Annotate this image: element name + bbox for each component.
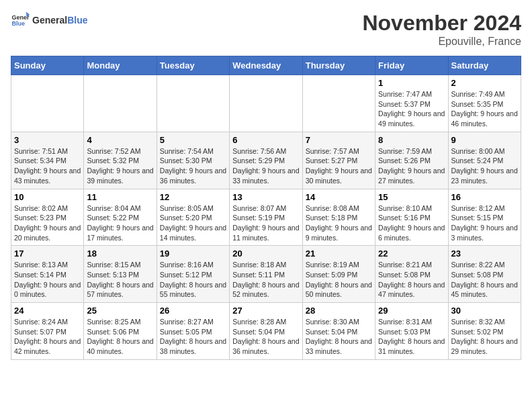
day-number: 25 [87,306,153,316]
table-row: 28Sunrise: 8:30 AMSunset: 5:04 PMDayligh… [302,303,375,360]
day-info: Sunrise: 8:27 AMSunset: 5:05 PMDaylight:… [160,317,226,357]
table-row: 23Sunrise: 8:22 AMSunset: 5:08 PMDayligh… [448,246,521,303]
day-info: Sunrise: 8:12 AMSunset: 5:15 PMDaylight:… [451,203,518,243]
logo-icon: General Blue [11,11,30,30]
day-info: Sunrise: 8:19 AMSunset: 5:09 PMDaylight:… [306,260,372,300]
table-row: 3Sunrise: 7:51 AMSunset: 5:34 PMDaylight… [11,132,84,189]
calendar-header-row: Sunday Monday Tuesday Wednesday Thursday… [11,56,521,75]
day-info: Sunrise: 8:30 AMSunset: 5:04 PMDaylight:… [306,317,372,357]
day-number: 5 [160,135,226,145]
day-info: Sunrise: 8:05 AMSunset: 5:20 PMDaylight:… [160,203,226,243]
table-row [230,75,302,132]
day-number: 4 [87,135,153,145]
table-row: 15Sunrise: 8:10 AMSunset: 5:16 PMDayligh… [375,189,448,246]
calendar-week-row: 10Sunrise: 8:02 AMSunset: 5:23 PMDayligh… [11,189,521,246]
day-info: Sunrise: 7:47 AMSunset: 5:37 PMDaylight:… [378,89,445,129]
table-row: 22Sunrise: 8:21 AMSunset: 5:08 PMDayligh… [375,246,448,303]
calendar-week-row: 1Sunrise: 7:47 AMSunset: 5:37 PMDaylight… [11,75,521,132]
day-info: Sunrise: 8:10 AMSunset: 5:16 PMDaylight:… [378,203,445,243]
day-info: Sunrise: 8:25 AMSunset: 5:06 PMDaylight:… [87,317,153,357]
day-info: Sunrise: 8:07 AMSunset: 5:19 PMDaylight:… [232,203,299,243]
table-row: 19Sunrise: 8:16 AMSunset: 5:12 PMDayligh… [157,246,229,303]
day-number: 2 [451,78,518,88]
table-row [157,75,229,132]
day-number: 20 [232,248,299,259]
day-info: Sunrise: 8:02 AMSunset: 5:23 PMDaylight:… [14,203,81,243]
day-info: Sunrise: 8:04 AMSunset: 5:22 PMDaylight:… [87,203,153,243]
table-row: 27Sunrise: 8:28 AMSunset: 5:04 PMDayligh… [230,303,302,360]
day-number: 9 [451,135,518,145]
table-row: 21Sunrise: 8:19 AMSunset: 5:09 PMDayligh… [302,246,375,303]
table-row [84,75,157,132]
table-row: 4Sunrise: 7:52 AMSunset: 5:32 PMDaylight… [84,132,157,189]
table-row: 12Sunrise: 8:05 AMSunset: 5:20 PMDayligh… [157,189,229,246]
logo-general: General [32,15,67,26]
day-number: 8 [378,135,445,145]
col-sunday: Sunday [11,56,84,75]
day-info: Sunrise: 8:31 AMSunset: 5:03 PMDaylight:… [378,317,445,357]
day-number: 1 [378,78,445,88]
calendar-week-row: 3Sunrise: 7:51 AMSunset: 5:34 PMDaylight… [11,132,521,189]
day-info: Sunrise: 8:21 AMSunset: 5:08 PMDaylight:… [378,260,445,300]
table-row: 9Sunrise: 8:00 AMSunset: 5:24 PMDaylight… [448,132,521,189]
table-row: 20Sunrise: 8:18 AMSunset: 5:11 PMDayligh… [230,246,302,303]
day-number: 27 [232,306,299,316]
day-number: 26 [160,306,226,316]
col-wednesday: Wednesday [230,56,302,75]
col-thursday: Thursday [302,56,375,75]
table-row: 10Sunrise: 8:02 AMSunset: 5:23 PMDayligh… [11,189,84,246]
day-number: 10 [14,192,81,202]
page-header: General Blue GeneralBlue November 2024 E… [11,11,521,48]
table-row: 16Sunrise: 8:12 AMSunset: 5:15 PMDayligh… [448,189,521,246]
day-number: 18 [87,248,153,259]
table-row: 14Sunrise: 8:08 AMSunset: 5:18 PMDayligh… [302,189,375,246]
day-info: Sunrise: 7:52 AMSunset: 5:32 PMDaylight:… [87,146,153,186]
day-number: 19 [160,248,226,259]
svg-text:Blue: Blue [11,20,25,27]
table-row: 25Sunrise: 8:25 AMSunset: 5:06 PMDayligh… [84,303,157,360]
table-row: 24Sunrise: 8:24 AMSunset: 5:07 PMDayligh… [11,303,84,360]
day-number: 12 [160,192,226,202]
table-row [11,75,84,132]
day-number: 28 [306,306,372,316]
day-number: 29 [378,306,445,316]
day-info: Sunrise: 8:24 AMSunset: 5:07 PMDaylight:… [14,317,81,357]
day-number: 14 [306,192,372,202]
table-row: 29Sunrise: 8:31 AMSunset: 5:03 PMDayligh… [375,303,448,360]
day-info: Sunrise: 8:00 AMSunset: 5:24 PMDaylight:… [451,146,518,186]
day-info: Sunrise: 8:18 AMSunset: 5:11 PMDaylight:… [232,260,299,300]
col-friday: Friday [375,56,448,75]
logo: General Blue GeneralBlue [11,11,87,30]
table-row: 8Sunrise: 7:59 AMSunset: 5:26 PMDaylight… [375,132,448,189]
day-info: Sunrise: 8:15 AMSunset: 5:13 PMDaylight:… [87,260,153,300]
day-info: Sunrise: 8:13 AMSunset: 5:14 PMDaylight:… [14,260,81,300]
day-number: 7 [306,135,372,145]
day-info: Sunrise: 7:57 AMSunset: 5:27 PMDaylight:… [306,146,372,186]
day-number: 23 [451,248,518,259]
table-row: 17Sunrise: 8:13 AMSunset: 5:14 PMDayligh… [11,246,84,303]
day-info: Sunrise: 8:16 AMSunset: 5:12 PMDaylight:… [160,260,226,300]
day-number: 6 [232,135,299,145]
col-monday: Monday [84,56,157,75]
table-row: 30Sunrise: 8:32 AMSunset: 5:02 PMDayligh… [448,303,521,360]
calendar-week-row: 17Sunrise: 8:13 AMSunset: 5:14 PMDayligh… [11,246,521,303]
day-number: 24 [14,306,81,316]
day-info: Sunrise: 8:22 AMSunset: 5:08 PMDaylight:… [451,260,518,300]
day-info: Sunrise: 7:54 AMSunset: 5:30 PMDaylight:… [160,146,226,186]
day-number: 15 [378,192,445,202]
table-row: 18Sunrise: 8:15 AMSunset: 5:13 PMDayligh… [84,246,157,303]
table-row [302,75,375,132]
day-info: Sunrise: 7:56 AMSunset: 5:29 PMDaylight:… [232,146,299,186]
col-tuesday: Tuesday [157,56,229,75]
table-row: 5Sunrise: 7:54 AMSunset: 5:30 PMDaylight… [157,132,229,189]
month-year-title: November 2024 [362,11,521,36]
table-row: 13Sunrise: 8:07 AMSunset: 5:19 PMDayligh… [230,189,302,246]
table-row: 1Sunrise: 7:47 AMSunset: 5:37 PMDaylight… [375,75,448,132]
table-row: 26Sunrise: 8:27 AMSunset: 5:05 PMDayligh… [157,303,229,360]
day-info: Sunrise: 8:28 AMSunset: 5:04 PMDaylight:… [232,317,299,357]
calendar-table: Sunday Monday Tuesday Wednesday Thursday… [11,56,521,360]
table-row: 11Sunrise: 8:04 AMSunset: 5:22 PMDayligh… [84,189,157,246]
day-number: 21 [306,248,372,259]
day-number: 16 [451,192,518,202]
logo-blue: Blue [67,15,87,26]
